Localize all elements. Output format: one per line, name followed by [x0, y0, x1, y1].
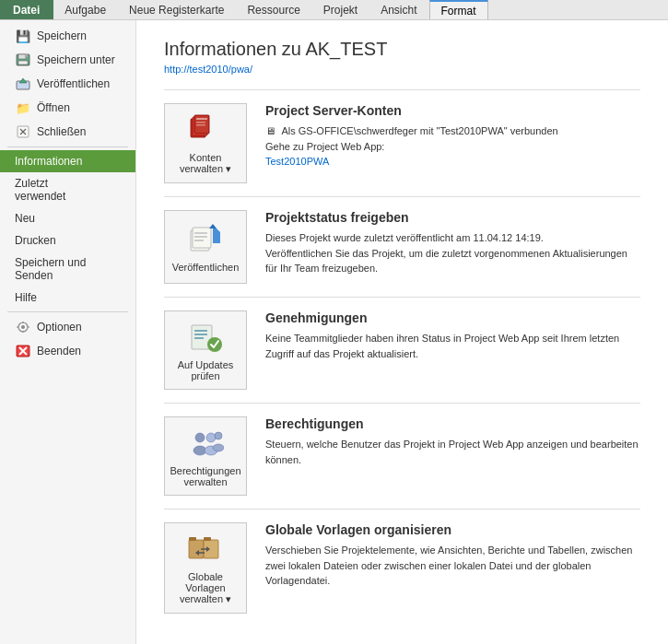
section-veroffentlichen: Veröffentlichen Projektstatus freigeben …: [164, 196, 640, 297]
vorlagen-icon: [187, 533, 224, 566]
berechtigungen-content: Berechtigungen Steuern, welche Benutzer …: [265, 416, 640, 467]
svg-rect-30: [213, 232, 220, 243]
menu-ansicht[interactable]: Ansicht: [369, 0, 428, 19]
section-vorlagen: Globale Vorlagenverwalten ▾ Globale Vorl…: [164, 509, 640, 626]
genehmigungen-desc: Keine Teammitglieder haben ihren Status …: [265, 331, 640, 361]
svg-marker-5: [19, 78, 27, 83]
offnen-icon: 📁: [15, 100, 31, 115]
svg-rect-3: [18, 61, 28, 64]
server-icon: 🖥: [265, 125, 275, 136]
svg-rect-2: [25, 54, 28, 57]
vorlagen-content: Globale Vorlagen organisieren Verschiebe…: [265, 522, 640, 589]
schliessen-icon: [15, 124, 31, 139]
berechtigungen-button[interactable]: Berechtigungenverwalten: [164, 416, 247, 496]
berechtigungen-title: Berechtigungen: [265, 416, 640, 431]
svg-rect-27: [194, 236, 207, 238]
menu-format[interactable]: Format: [429, 0, 488, 19]
svg-marker-31: [209, 224, 217, 228]
veroffentlichen-title: Projektstatus freigeben: [265, 210, 640, 225]
svg-rect-26: [194, 232, 207, 234]
section-konten: Kontenverwalten ▾ Project Server-Konten …: [164, 89, 640, 196]
sidebar-item-speichern-senden[interactable]: Speichern und Senden: [0, 252, 135, 287]
sidebar-item-speichern[interactable]: 💾 Speichern: [0, 24, 135, 48]
sidebar-item-informationen[interactable]: Informationen: [0, 150, 135, 172]
vorlagen-desc: Verschieben Sie Projektelemente, wie Ans…: [265, 543, 640, 589]
sidebar: 💾 Speichern Speichern unter: [0, 20, 136, 644]
berechtigungen-icon: [187, 427, 224, 460]
speichern-icon: 💾: [15, 29, 31, 43]
konten-icon: [187, 113, 224, 146]
berechtigungen-label: Berechtigungenverwalten: [170, 465, 240, 487]
menu-ressource[interactable]: Ressource: [236, 0, 311, 19]
svg-rect-46: [204, 537, 211, 541]
sidebar-item-speichern-unter[interactable]: Speichern unter: [0, 48, 135, 72]
sidebar-item-zuletzt[interactable]: Zuletzt verwendet: [0, 172, 135, 207]
sidebar-divider-2: [7, 311, 128, 312]
sidebar-item-beenden[interactable]: Beenden: [0, 339, 135, 363]
veroffentlichen-section-label: Veröffentlichen: [172, 262, 240, 273]
svg-rect-34: [194, 334, 207, 335]
sidebar-item-neu[interactable]: Neu: [0, 207, 135, 229]
svg-point-37: [195, 433, 205, 442]
veroffentlichen-desc: Dieses Projekt wurde zuletzt veröffentli…: [265, 230, 640, 276]
svg-rect-33: [194, 330, 207, 332]
veroffentlichen-section-icon: [187, 223, 224, 256]
svg-rect-21: [196, 118, 207, 120]
berechtigungen-desc: Steuern, welche Benutzer das Projekt in …: [265, 437, 640, 467]
menu-aufgabe[interactable]: Aufgabe: [53, 0, 118, 19]
sidebar-divider-1: [7, 146, 128, 147]
speichern-unter-icon: [15, 53, 31, 67]
genehmigungen-title: Genehmigungen: [265, 310, 640, 325]
veroffentlichen-icon: [15, 76, 31, 91]
svg-rect-28: [194, 240, 204, 241]
menu-projekt[interactable]: Projekt: [312, 0, 369, 19]
svg-rect-44: [189, 537, 196, 541]
vorlagen-button[interactable]: Globale Vorlagenverwalten ▾: [164, 522, 247, 614]
section-genehmigungen: Auf Updatesprüfen Genehmigungen Keine Te…: [164, 297, 640, 403]
menu-bar: Datei Aufgabe Neue Registerkarte Ressour…: [0, 0, 668, 20]
svg-point-39: [206, 433, 216, 442]
konten-title: Project Server-Konten: [265, 103, 640, 118]
veroffentlichen-content: Projektstatus freigeben Dieses Projekt w…: [265, 210, 640, 276]
menu-datei[interactable]: Datei: [0, 0, 53, 19]
main-layout: 💾 Speichern Speichern unter: [0, 20, 668, 644]
genehmigungen-content: Genehmigungen Keine Teammitglieder haben…: [265, 310, 640, 361]
konten-label: Kontenverwalten ▾: [180, 152, 231, 175]
svg-point-41: [215, 432, 222, 439]
menu-neue-registerkarte[interactable]: Neue Registerkarte: [118, 0, 236, 19]
svg-point-42: [213, 444, 224, 451]
svg-rect-35: [194, 337, 204, 339]
sidebar-item-schliessen[interactable]: Schließen: [0, 120, 135, 144]
sidebar-item-optionen[interactable]: Optionen: [0, 315, 135, 339]
sidebar-item-veroffentlichen[interactable]: Veröffentlichen: [0, 72, 135, 96]
beenden-icon: [15, 344, 31, 358]
sidebar-item-offnen[interactable]: 📁 Öffnen: [0, 96, 135, 120]
konten-desc: 🖥 Als GS-OFFICE\schwerdfeger mit "Test20…: [265, 123, 640, 170]
svg-rect-22: [196, 122, 205, 123]
genehmigungen-label: Auf Updatesprüfen: [178, 359, 234, 381]
content-area: Informationen zu AK_TEST http://test2010…: [136, 20, 668, 644]
sidebar-item-drucken[interactable]: Drucken: [0, 229, 135, 252]
genehmigungen-button[interactable]: Auf Updatesprüfen: [164, 310, 247, 390]
veroffentlichen-button[interactable]: Veröffentlichen: [164, 210, 247, 284]
section-berechtigungen: Berechtigungenverwalten Berechtigungen S…: [164, 403, 640, 509]
vorlagen-title: Globale Vorlagen organisieren: [265, 522, 640, 537]
project-web-link[interactable]: Test2010PWA: [265, 156, 329, 167]
konten-content: Project Server-Konten 🖥 Als GS-OFFICE\sc…: [265, 103, 640, 170]
page-title: Informationen zu AK_TEST: [164, 39, 640, 60]
vorlagen-label: Globale Vorlagenverwalten ▾: [170, 571, 240, 605]
sidebar-item-hilfe[interactable]: Hilfe: [0, 287, 135, 309]
optionen-icon: [15, 320, 31, 334]
svg-rect-23: [196, 124, 205, 126]
svg-rect-1: [18, 54, 26, 59]
page-subtitle: http://test2010/pwa/: [164, 64, 640, 75]
genehmigungen-icon: [187, 321, 224, 354]
konten-button[interactable]: Kontenverwalten ▾: [164, 103, 247, 183]
svg-point-10: [21, 325, 25, 329]
